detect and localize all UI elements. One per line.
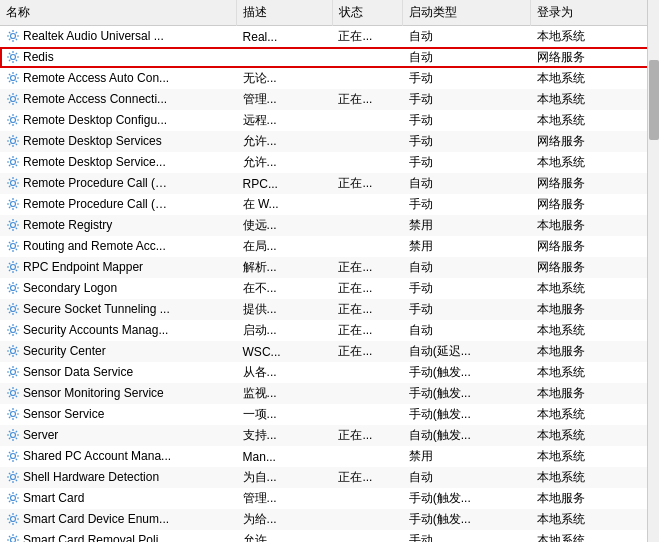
svg-point-17: [11, 390, 16, 395]
service-logon: 本地系统: [531, 530, 659, 542]
service-status: [332, 215, 402, 236]
table-row[interactable]: RPC Endpoint Mapper解析...正在...自动网络服务: [0, 257, 659, 278]
service-logon: 本地系统: [531, 278, 659, 299]
table-row[interactable]: Redis自动网络服务: [0, 47, 659, 68]
service-desc: 允许...: [237, 152, 333, 173]
svg-point-3: [11, 96, 16, 101]
service-icon: [6, 512, 20, 526]
service-name: Remote Desktop Service...: [0, 152, 237, 173]
service-icon: [6, 428, 20, 442]
table-row[interactable]: Remote Desktop Configu...远程...手动本地系统: [0, 110, 659, 131]
service-starttype: 自动: [403, 26, 531, 48]
service-icon: [6, 239, 20, 253]
table-row[interactable]: Remote Registry使远...禁用本地服务: [0, 215, 659, 236]
table-row[interactable]: Shell Hardware Detection为自...正在...自动本地系统: [0, 467, 659, 488]
service-icon: [6, 176, 20, 190]
table-row[interactable]: Sensor Monitoring Service监视...手动(触发...本地…: [0, 383, 659, 404]
service-icon: [6, 134, 20, 148]
svg-point-14: [11, 327, 16, 332]
service-logon: 网络服务: [531, 173, 659, 194]
col-header-desc[interactable]: 描述: [237, 0, 333, 26]
table-row[interactable]: Smart Card Removal Poli...允许...手动本地系统: [0, 530, 659, 542]
svg-point-18: [11, 411, 16, 416]
service-logon: 本地系统: [531, 152, 659, 173]
service-status: 正在...: [332, 278, 402, 299]
table-row[interactable]: Remote Procedure Call (…在 W...手动网络服务: [0, 194, 659, 215]
service-icon: [6, 218, 20, 232]
service-starttype: 自动: [403, 257, 531, 278]
service-name: Remote Desktop Configu...: [0, 110, 237, 131]
service-logon: 本地服务: [531, 341, 659, 362]
service-logon: 本地系统: [531, 404, 659, 425]
service-name: Routing and Remote Acc...: [0, 236, 237, 257]
service-logon: 本地系统: [531, 446, 659, 467]
table-row[interactable]: Sensor Service一项...手动(触发...本地系统: [0, 404, 659, 425]
service-starttype: 自动(延迟...: [403, 341, 531, 362]
table-row[interactable]: Remote Access Auto Con...无论...手动本地系统: [0, 68, 659, 89]
service-name: Sensor Service: [0, 404, 237, 425]
service-desc: 为给...: [237, 509, 333, 530]
table-row[interactable]: Realtek Audio Universal ...Real...正在...自…: [0, 26, 659, 48]
table-row[interactable]: Sensor Data Service从各...手动(触发...本地系统: [0, 362, 659, 383]
scrollbar[interactable]: [647, 0, 659, 542]
service-starttype: 手动(触发...: [403, 362, 531, 383]
table-row[interactable]: Security CenterWSC...正在...自动(延迟...本地服务: [0, 341, 659, 362]
svg-point-11: [11, 264, 16, 269]
service-logon: 本地系统: [531, 320, 659, 341]
service-icon: [6, 155, 20, 169]
service-starttype: 手动: [403, 530, 531, 542]
table-row[interactable]: Secondary Logon在不...正在...手动本地系统: [0, 278, 659, 299]
service-desc: 允许...: [237, 131, 333, 152]
table-row[interactable]: Remote Desktop Services允许...手动网络服务: [0, 131, 659, 152]
service-icon: [6, 302, 20, 316]
service-status: [332, 488, 402, 509]
col-header-name[interactable]: 名称: [0, 0, 237, 26]
svg-point-20: [11, 453, 16, 458]
col-header-status[interactable]: 状态: [332, 0, 402, 26]
table-row[interactable]: Remote Procedure Call (…RPC...正在...自动网络服…: [0, 173, 659, 194]
service-icon: [6, 533, 20, 542]
scrollbar-thumb[interactable]: [649, 60, 659, 140]
service-logon: 网络服务: [531, 257, 659, 278]
service-desc: [237, 47, 333, 68]
service-name: Smart Card Removal Poli...: [0, 530, 237, 542]
service-icon: [6, 71, 20, 85]
service-name: Remote Desktop Services: [0, 131, 237, 152]
table-row[interactable]: Smart Card Device Enum...为给...手动(触发...本地…: [0, 509, 659, 530]
table-row[interactable]: Security Accounts Manag...启动...正在...自动本地…: [0, 320, 659, 341]
svg-point-21: [11, 474, 16, 479]
service-name: Realtek Audio Universal ...: [0, 26, 237, 48]
service-status: 正在...: [332, 299, 402, 320]
service-desc: 使远...: [237, 215, 333, 236]
service-status: [332, 446, 402, 467]
service-starttype: 手动: [403, 194, 531, 215]
table-row[interactable]: Smart Card管理...手动(触发...本地服务: [0, 488, 659, 509]
service-icon: [6, 365, 20, 379]
col-header-logon[interactable]: 登录为: [531, 0, 659, 26]
svg-point-10: [11, 243, 16, 248]
service-desc: 在局...: [237, 236, 333, 257]
service-desc: RPC...: [237, 173, 333, 194]
service-status: 正在...: [332, 257, 402, 278]
svg-point-24: [11, 537, 16, 542]
table-row[interactable]: Remote Desktop Service...允许...手动本地系统: [0, 152, 659, 173]
table-row[interactable]: Server支持...正在...自动(触发...本地系统: [0, 425, 659, 446]
service-desc: 无论...: [237, 68, 333, 89]
service-logon: 本地服务: [531, 215, 659, 236]
service-desc: 一项...: [237, 404, 333, 425]
table-row[interactable]: Remote Access Connecti...管理...正在...手动本地系…: [0, 89, 659, 110]
service-name: Security Accounts Manag...: [0, 320, 237, 341]
col-header-starttype[interactable]: 启动类型: [403, 0, 531, 26]
service-logon: 本地系统: [531, 509, 659, 530]
service-name: Redis: [0, 47, 237, 68]
svg-point-6: [11, 159, 16, 164]
table-row[interactable]: Secure Socket Tunneling ...提供...正在...手动本…: [0, 299, 659, 320]
service-name: Remote Access Auto Con...: [0, 68, 237, 89]
table-row[interactable]: Routing and Remote Acc...在局...禁用网络服务: [0, 236, 659, 257]
service-icon: [6, 407, 20, 421]
svg-point-12: [11, 285, 16, 290]
svg-point-2: [11, 75, 16, 80]
service-desc: 管理...: [237, 89, 333, 110]
table-row[interactable]: Shared PC Account Mana...Man...禁用本地系统: [0, 446, 659, 467]
service-starttype: 手动: [403, 278, 531, 299]
